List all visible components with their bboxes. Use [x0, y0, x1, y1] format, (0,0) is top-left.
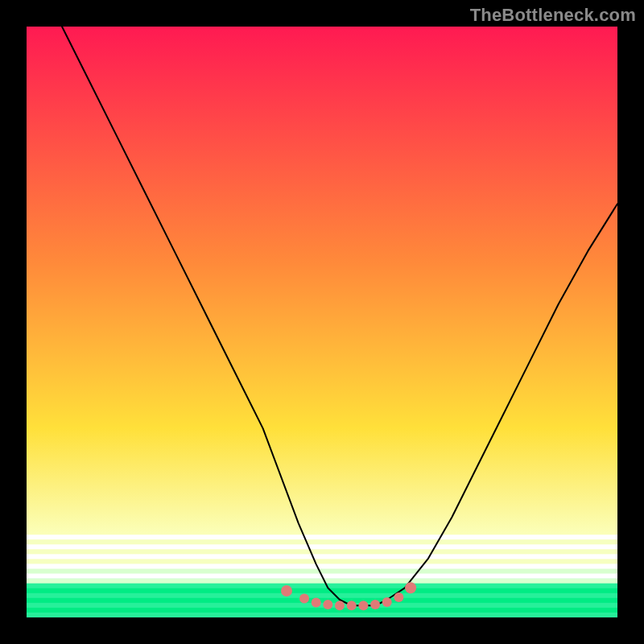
- valley-dot: [370, 600, 380, 609]
- svg-rect-9: [27, 579, 617, 584]
- bottleneck-chart: [27, 27, 617, 617]
- valley-dot: [382, 597, 392, 607]
- svg-rect-3: [27, 549, 617, 554]
- svg-rect-5: [27, 559, 617, 564]
- svg-rect-7: [27, 569, 617, 574]
- svg-rect-2: [27, 544, 617, 549]
- svg-rect-13: [27, 598, 617, 603]
- svg-rect-11: [27, 588, 617, 593]
- svg-rect-6: [27, 564, 617, 569]
- valley-dot: [323, 600, 332, 609]
- valley-dot: [312, 598, 321, 608]
- watermark-text: TheBottleneck.com: [470, 5, 636, 26]
- svg-rect-1: [27, 539, 617, 544]
- svg-rect-0: [27, 535, 617, 539]
- valley-dot: [281, 585, 292, 597]
- svg-rect-15: [27, 608, 617, 613]
- valley-dot: [299, 594, 309, 604]
- svg-rect-12: [27, 593, 617, 598]
- gradient-background: [27, 27, 617, 617]
- chart-frame: TheBottleneck.com: [0, 0, 644, 644]
- svg-rect-4: [27, 554, 617, 559]
- valley-dot: [358, 601, 368, 610]
- valley-dot: [347, 601, 357, 610]
- svg-rect-14: [27, 603, 617, 608]
- valley-dot: [405, 582, 416, 593]
- plot-area: [27, 27, 617, 617]
- svg-rect-16: [27, 613, 617, 617]
- svg-rect-10: [27, 584, 617, 588]
- valley-dot: [394, 592, 403, 602]
- valley-dot: [335, 601, 345, 610]
